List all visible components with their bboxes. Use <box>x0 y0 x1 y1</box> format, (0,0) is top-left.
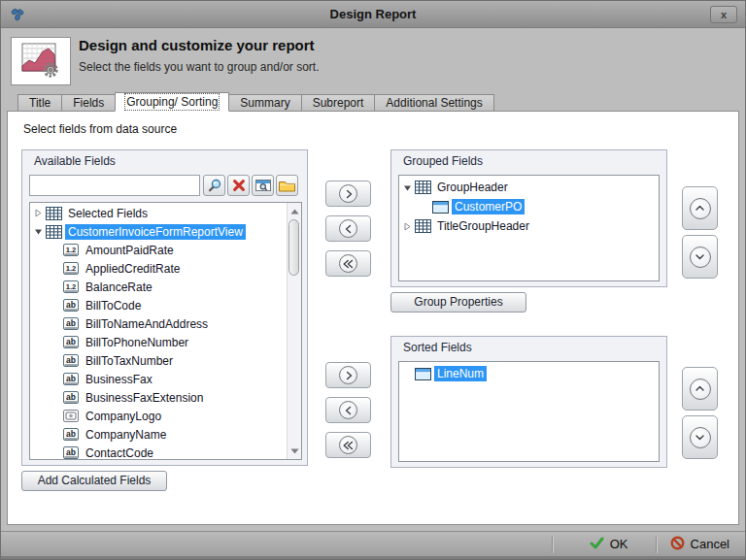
move-to-sorted-button[interactable] <box>325 362 371 388</box>
tree-item-label: CustomerInvoiceFormReportView <box>65 224 246 240</box>
move-to-grouped-button[interactable] <box>325 181 371 207</box>
tab-grouping-sorting[interactable]: Grouping/ Sorting <box>115 92 229 112</box>
preview-icon[interactable] <box>252 175 274 196</box>
tree-item-businessfax[interactable]: abBusinessFax <box>30 370 287 388</box>
tree-item-groupheader[interactable]: GroupHeader <box>399 178 659 197</box>
close-button[interactable]: x <box>710 6 737 23</box>
page-subtitle: Select the fields you want to group and/… <box>79 60 319 74</box>
svg-text:1.2: 1.2 <box>66 246 76 254</box>
table-icon <box>46 225 65 239</box>
tree-item-billtophonenumber[interactable]: abBillToPhoneNumber <box>30 333 287 351</box>
tree-item-titlegroupheader[interactable]: TitleGroupHeader <box>399 216 659 236</box>
tab-title[interactable]: Title <box>17 94 62 112</box>
scroll-down-icon[interactable] <box>288 444 301 458</box>
sorted-fields-list: LineNum <box>398 361 660 462</box>
tab-subreport[interactable]: Subreport <box>301 94 376 112</box>
text-icon: ab <box>63 428 83 441</box>
tab-summary[interactable]: Summary <box>228 94 301 112</box>
text-icon: ab <box>63 336 83 348</box>
grouped-fields-panel: Grouped Fields GroupHeaderCustomerPOTitl… <box>390 149 667 287</box>
available-fields-title: Available Fields <box>34 154 116 168</box>
text-icon: ab <box>63 299 83 312</box>
tree-item-customerpo[interactable]: CustomerPO <box>399 197 659 216</box>
window-icon <box>432 201 452 214</box>
add-calculated-fields-button[interactable]: Add Calculated Fields <box>21 471 167 491</box>
tree-item-linenum[interactable]: LineNum <box>399 364 659 383</box>
tab-content: Select fields from data source Available… <box>7 111 739 525</box>
tab-label: Additional Settings <box>386 96 482 110</box>
remove-all-sorted-button[interactable] <box>325 432 371 458</box>
chevron-down-icon <box>690 427 711 448</box>
expand-arrow-icon[interactable] <box>34 209 46 217</box>
tab-label: Summary <box>240 96 289 110</box>
tree-item-appliedcreditrate[interactable]: 1.2AppliedCreditRate <box>30 259 287 278</box>
tree-item-billtonameandaddress[interactable]: abBillToNameAndAddress <box>30 314 287 333</box>
sorted-fields-title: Sorted Fields <box>403 341 472 354</box>
tree-item-billtocode[interactable]: abBillToCode <box>30 296 287 314</box>
chevron-right-icon <box>339 184 357 203</box>
move-sort-down-button[interactable] <box>682 415 718 459</box>
collapse-arrow-icon[interactable] <box>34 227 46 236</box>
move-group-up-button[interactable] <box>682 186 718 230</box>
tab-label: Subreport <box>313 96 364 110</box>
tree-item-label: BillToNameAndAddress <box>83 316 211 332</box>
text-icon: ab <box>63 373 83 385</box>
group-properties-button[interactable]: Group Properties <box>390 292 526 313</box>
tree-item-companylogo[interactable]: CompanyLogo <box>30 407 287 425</box>
tree-item-customerinvoiceformreportview[interactable]: CustomerInvoiceFormReportView <box>30 222 287 241</box>
remove-all-grouped-button[interactable] <box>325 250 371 277</box>
svg-text:ab: ab <box>66 447 76 457</box>
tree-item-billtotaxnumber[interactable]: abBillToTaxNumber <box>30 351 287 370</box>
expand-arrow-icon[interactable] <box>403 222 415 231</box>
tab-strip: TitleFieldsGrouping/ SortingSummarySubre… <box>18 92 494 112</box>
image-icon <box>63 410 83 422</box>
chevron-up-icon <box>690 198 711 219</box>
text-icon: ab <box>63 446 83 459</box>
tab-fields[interactable]: Fields <box>61 94 116 112</box>
footer-bar: OK Cancel <box>1 531 745 556</box>
scrollbar-thumb[interactable] <box>288 219 299 276</box>
numeric-icon: 1.2 <box>63 262 83 275</box>
tree-item-companyname[interactable]: abCompanyName <box>30 425 287 444</box>
clear-filter-icon[interactable] <box>227 175 250 196</box>
move-sort-up-button[interactable] <box>682 367 718 411</box>
titlebar: Design Report x <box>1 1 745 28</box>
folder-icon[interactable] <box>276 175 298 196</box>
tree-item-businessfaxextension[interactable]: abBusinessFaxExtension <box>30 388 287 407</box>
tree-item-contactcode[interactable]: abContactCode <box>30 444 287 459</box>
svg-text:ab: ab <box>66 318 76 328</box>
text-icon: ab <box>63 317 83 330</box>
tree-item-label: CustomerPO <box>452 199 525 214</box>
tree-item-label: TitleGroupHeader <box>434 218 532 234</box>
tree-item-label: BillToPhoneNumber <box>83 335 191 350</box>
search-toolbar <box>203 175 298 196</box>
footer-separator <box>656 536 657 553</box>
tree-item-label: LineNum <box>434 366 487 381</box>
search-input[interactable] <box>29 175 200 196</box>
available-fields-panel: Available Fields <box>21 149 308 466</box>
tree-item-label: CompanyName <box>83 427 169 443</box>
tree-item-label: BillToCode <box>83 298 144 313</box>
tab-additional-settings[interactable]: Additional Settings <box>374 94 493 112</box>
tree-item-selected-fields[interactable]: Selected Fields <box>30 204 287 222</box>
page-title: Design and customize your report <box>79 37 315 53</box>
cancel-button[interactable]: Cancel <box>670 536 729 553</box>
tree-item-label: BalanceRate <box>83 280 155 295</box>
search-icon[interactable] <box>203 175 225 196</box>
table-icon <box>46 207 65 220</box>
collapse-arrow-icon[interactable] <box>403 183 415 192</box>
vertical-scrollbar[interactable] <box>287 203 301 459</box>
tree-item-amountpaidrate[interactable]: 1.2AmountPaidRate <box>30 241 287 259</box>
tree-item-balancerate[interactable]: 1.2BalanceRate <box>30 278 287 296</box>
ok-button[interactable]: OK <box>590 537 628 552</box>
table-icon <box>415 219 434 233</box>
move-group-down-button[interactable] <box>682 235 718 279</box>
tree-item-label: GroupHeader <box>434 180 511 195</box>
scroll-up-icon[interactable] <box>288 204 301 218</box>
design-report-dialog: Design Report x Design and customize you… <box>0 0 746 560</box>
remove-from-grouped-button[interactable] <box>325 215 371 242</box>
available-fields-tree: Selected FieldsCustomerInvoiceFormReport… <box>29 202 302 460</box>
tree-item-label: BusinessFaxExtension <box>83 390 206 406</box>
text-icon: ab <box>63 354 83 367</box>
remove-from-sorted-button[interactable] <box>325 397 371 423</box>
